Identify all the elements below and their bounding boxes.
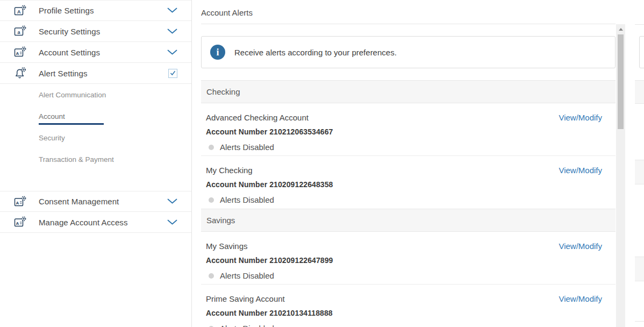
sidebar-item-label: Manage Account Access	[39, 218, 167, 227]
account-number-label: Account Number	[206, 127, 267, 136]
alerts-status-label: Alerts Disabled	[220, 271, 274, 280]
svg-text:a: a	[18, 30, 21, 35]
sidebar-item-account-settings[interactable]: A Account Settings	[0, 42, 191, 63]
section-header-checking: Checking	[201, 80, 616, 103]
account-row: Prime Saving Account View/Modify Account…	[201, 285, 616, 327]
alerts-status: Alerts Disabled	[206, 194, 602, 205]
svg-text:A: A	[17, 9, 21, 14]
consent-card-gear-icon: A	[13, 195, 27, 209]
settings-sidebar: A Profile Settings a Security Settings	[0, 0, 192, 327]
sidebar-item-label: Account Settings	[39, 48, 167, 57]
svg-text:A: A	[16, 200, 19, 205]
account-alerts-panel: Account Alerts i Receive alerts accordin…	[201, 0, 616, 327]
view-modify-link[interactable]: View/Modify	[559, 166, 602, 175]
info-banner: i Receive alerts according to your prefe…	[201, 36, 616, 68]
sidebar-item-profile-settings[interactable]: A Profile Settings	[0, 0, 191, 21]
info-icon: i	[210, 45, 225, 60]
alerts-status: Alerts Disabled	[206, 323, 602, 327]
section-title: Checking	[206, 87, 240, 96]
security-card-gear-icon: a	[13, 24, 27, 38]
sidebar-item-alert-settings[interactable]: Alert Settings	[0, 63, 191, 84]
clipped-section-header-edge	[635, 257, 644, 281]
clipped-section-header-edge	[635, 160, 644, 184]
account-number-value: 210209122647899	[269, 256, 333, 265]
alert-settings-submenu: Alert Communication Account Security Tra…	[0, 84, 191, 170]
alerts-status-label: Alerts Disabled	[220, 195, 274, 204]
chevron-down-icon[interactable]	[167, 198, 177, 204]
view-modify-link[interactable]: View/Modify	[559, 241, 602, 251]
account-number-value: 210210134118888	[269, 309, 333, 317]
submenu-item-account[interactable]: Account	[39, 105, 119, 127]
account-name: Advanced Checking Account	[206, 113, 309, 122]
alerts-status: Alerts Disabled	[206, 141, 602, 153]
alerts-status-label: Alerts Disabled	[220, 324, 274, 327]
account-number: Account Number 210212063534667	[206, 127, 602, 139]
account-number-value: 210212063534667	[269, 127, 333, 136]
alerts-status-label: Alerts Disabled	[220, 143, 274, 152]
account-name: My Savings	[206, 241, 248, 251]
account-card-gear-icon: A	[13, 45, 27, 59]
chevron-down-icon[interactable]	[167, 8, 177, 13]
info-banner-text: Receive alerts according to your prefere…	[234, 48, 397, 57]
chevron-down-icon[interactable]	[167, 49, 177, 55]
clipped-adjacent-panel	[635, 0, 644, 327]
view-modify-link[interactable]: View/Modify	[559, 113, 602, 122]
scrollbar-up-arrow-icon[interactable]	[616, 24, 625, 33]
submenu-item-label: Security	[39, 134, 65, 142]
account-row: Advanced Checking Account View/Modify Ac…	[201, 103, 616, 156]
account-name: My Checking	[206, 166, 253, 175]
section-title: Savings	[206, 216, 235, 225]
profile-card-gear-icon: A	[13, 4, 27, 18]
chevron-down-icon[interactable]	[167, 29, 177, 34]
status-dot-icon	[209, 273, 214, 279]
scrollbar-thumb[interactable]	[618, 34, 624, 129]
submenu-item-label: Account	[39, 112, 65, 120]
account-number-label: Account Number	[206, 309, 267, 317]
sidebar-item-security-settings[interactable]: a Security Settings	[0, 21, 191, 42]
account-name: Prime Saving Account	[206, 294, 285, 303]
clipped-info-banner-edge	[639, 36, 644, 68]
account-number: Account Number 210210134118888	[206, 309, 602, 320]
account-number: Account Number 210209122647899	[206, 256, 602, 267]
bell-gear-icon	[13, 66, 27, 80]
access-card-gear-icon: A	[13, 215, 27, 229]
sidebar-item-consent-management[interactable]: A Consent Management	[0, 191, 191, 212]
account-number-label: Account Number	[206, 180, 267, 189]
vertical-scrollbar[interactable]	[616, 24, 625, 327]
clipped-section-header-edge	[635, 80, 644, 104]
view-modify-link[interactable]: View/Modify	[559, 294, 602, 303]
account-row: My Checking View/Modify Account Number 2…	[201, 156, 616, 209]
submenu-item-label: Transaction & Payment	[39, 155, 114, 164]
account-number: Account Number 210209122648358	[206, 180, 602, 191]
sidebar-item-label: Security Settings	[39, 27, 167, 36]
alerts-status: Alerts Disabled	[206, 270, 602, 281]
sidebar-item-manage-account-access[interactable]: A Manage Account Access	[0, 212, 191, 233]
submenu-item-security[interactable]: Security	[39, 127, 119, 148]
page-title: Account Alerts	[201, 8, 253, 17]
submenu-item-transaction-payment[interactable]: Transaction & Payment	[39, 148, 119, 170]
submenu-item-alert-communication[interactable]: Alert Communication	[39, 84, 119, 105]
account-number-label: Account Number	[206, 256, 267, 265]
sidebar-item-label: Consent Management	[39, 197, 167, 206]
section-header-savings: Savings	[201, 209, 616, 232]
sidebar-item-label: Alert Settings	[39, 69, 168, 78]
svg-text:A: A	[16, 51, 19, 56]
status-dot-icon	[209, 145, 214, 150]
submenu-item-label: Alert Communication	[39, 91, 106, 99]
account-row: My Savings View/Modify Account Number 21…	[201, 232, 616, 285]
sidebar-item-label: Profile Settings	[39, 6, 167, 15]
account-number-value: 210209122648358	[269, 180, 333, 189]
svg-text:A: A	[16, 221, 19, 226]
clipped-divider	[635, 24, 644, 25]
chevron-down-icon[interactable]	[167, 219, 177, 225]
checked-checkbox-icon[interactable]	[168, 69, 177, 78]
status-dot-icon	[209, 197, 214, 203]
clipped-divider	[635, 321, 644, 322]
sidebar-spacer	[0, 170, 191, 191]
panel-title-bar: Account Alerts	[201, 0, 616, 24]
